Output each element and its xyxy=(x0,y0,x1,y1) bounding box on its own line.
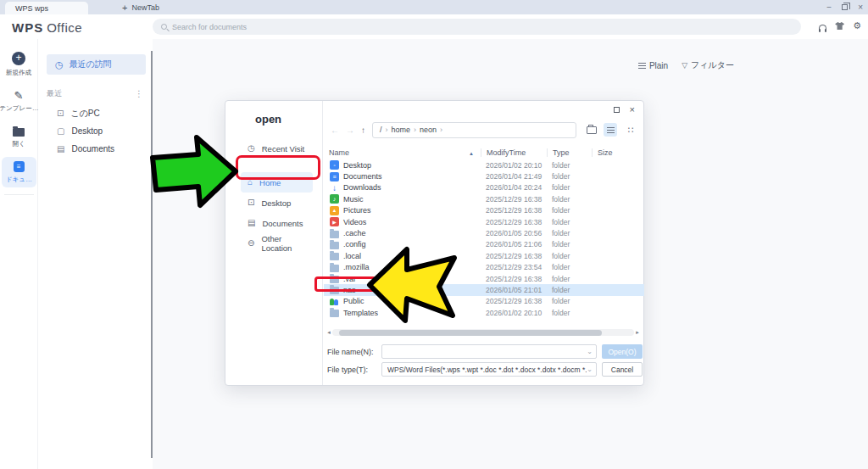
panel-item-documents[interactable]: ▤Documents xyxy=(47,140,143,158)
music-folder-icon: ♪ xyxy=(330,194,339,204)
file-row-desktop[interactable]: ▫Desktop2026/01/02 20:10folder xyxy=(324,159,637,170)
forward-arrow-icon[interactable]: → xyxy=(346,126,354,135)
file-name: .cache xyxy=(343,229,366,237)
annotation-red-box-home xyxy=(236,155,320,180)
file-type: folder xyxy=(547,263,592,271)
sidebar-item-icon: ⊡ xyxy=(248,198,254,207)
panel-item-このpc[interactable]: ⊡このPC xyxy=(47,104,143,122)
file-name: Downloads xyxy=(343,183,381,192)
document-icon: ≡ xyxy=(14,161,25,172)
grid-view-button[interactable]: ∷ xyxy=(624,123,637,137)
dialog-title: open xyxy=(255,113,281,126)
settings-gear-icon[interactable]: ⚙ xyxy=(853,21,861,31)
file-type: folder xyxy=(547,206,592,215)
file-name: Videos xyxy=(343,218,366,226)
file-row-pictures[interactable]: ▲Pictures2025/12/29 16:38folder xyxy=(324,205,637,216)
chevron-down-icon[interactable]: ⌄ xyxy=(587,366,593,373)
file-type: folder xyxy=(547,161,592,170)
file-row-videos[interactable]: ▶Videos2025/12/29 16:38folder xyxy=(324,216,637,227)
rail-item-open[interactable]: 開く xyxy=(2,121,36,152)
file-modified: 2025/12/29 16:38 xyxy=(481,195,547,204)
new-folder-icon[interactable] xyxy=(587,126,597,134)
plain-view-button[interactable]: Plain xyxy=(638,61,668,70)
list-lines-icon xyxy=(638,62,646,69)
scroll-left-icon[interactable]: ◂ xyxy=(326,329,332,336)
dialog-nav-row: ← → ↑ /›home›neon› ∷ xyxy=(324,120,644,140)
plain-label: Plain xyxy=(649,61,668,70)
panel-section-recent: 最近 ⋮ xyxy=(47,88,143,99)
file-modified: 2026/01/04 20:24 xyxy=(481,183,547,192)
cancel-button[interactable]: Cancel xyxy=(602,362,643,377)
scrollbar-thumb[interactable] xyxy=(339,330,602,336)
breadcrumb[interactable]: /›home›neon› xyxy=(372,122,576,138)
plus-icon: + xyxy=(122,3,127,13)
panel-item-label: Desktop xyxy=(71,126,103,136)
rail-divider xyxy=(4,194,34,195)
list-view-icon xyxy=(607,126,615,133)
file-name-input[interactable]: ⌄ xyxy=(381,344,597,359)
file-name-row: File name(N): ⌄ Open(O) xyxy=(327,344,643,359)
column-name[interactable]: Name▲ xyxy=(324,148,481,157)
theme-shirt-icon[interactable] xyxy=(835,22,844,30)
file-type-select[interactable]: WPS/Word Files(*.wps *.wpt *.doc *.dot *… xyxy=(381,362,597,377)
recent-visit-label: 最近の訪問 xyxy=(70,59,112,70)
file-row-downloads[interactable]: ↓Downloads2026/01/04 20:24folder xyxy=(324,182,637,193)
file-type: folder xyxy=(547,195,592,204)
scrollbar-track[interactable] xyxy=(332,329,634,336)
panel-item-recent-visit[interactable]: ◷ 最近の訪問 xyxy=(47,54,146,75)
breadcrumb-segment[interactable]: neon xyxy=(420,126,437,134)
section-label: 最近 xyxy=(47,88,62,99)
rail-item-docs[interactable]: ≡ ドキュ… xyxy=(2,157,36,187)
file-row-music[interactable]: ♪Music2025/12/29 16:38folder xyxy=(324,193,637,204)
search-placeholder: Search for documents xyxy=(172,23,247,31)
up-arrow-icon[interactable]: ↑ xyxy=(361,126,365,135)
file-type: folder xyxy=(547,297,592,305)
file-type-row: File type(T): WPS/Word Files(*.wps *.wpt… xyxy=(327,362,643,377)
tab-wps-wps[interactable]: WPS wps xyxy=(5,2,88,14)
file-modified: 2025/12/29 16:38 xyxy=(481,275,547,283)
file-type-value: WPS/Word Files(*.wps *.wpt *.doc *.dot *… xyxy=(387,366,587,374)
kebab-menu-icon[interactable]: ⋮ xyxy=(135,89,143,98)
back-arrow-icon[interactable]: ← xyxy=(331,126,339,135)
list-view-button[interactable] xyxy=(604,123,617,137)
panel-item-label: Documents xyxy=(71,144,114,154)
new-tab-button[interactable]: + NewTab xyxy=(122,3,159,13)
open-button[interactable]: Open(O) xyxy=(602,344,643,359)
rail-item-templates[interactable]: ✎ テンプレー… xyxy=(2,86,36,116)
search-input[interactable]: Search for documents xyxy=(153,19,801,35)
open-folder-icon xyxy=(13,128,25,137)
restore-icon[interactable] xyxy=(842,4,848,10)
breadcrumb-segment[interactable]: / xyxy=(380,126,382,134)
annotation-green-arrow xyxy=(147,131,241,214)
support-headset-icon[interactable] xyxy=(819,25,826,31)
scroll-right-icon[interactable]: ▸ xyxy=(634,329,641,336)
dialog-sidebar-item-desktop[interactable]: ⊡Desktop xyxy=(241,193,313,213)
file-modified: 2026/01/05 21:06 xyxy=(481,240,547,248)
file-type: folder xyxy=(547,172,592,181)
app-header: WPSOffice Search for documents ⚙ xyxy=(0,14,868,39)
minimize-icon[interactable]: − xyxy=(826,3,832,12)
file-name: Pictures xyxy=(343,206,371,215)
column-size[interactable]: Size xyxy=(592,148,637,157)
dialog-sidebar-item-documents[interactable]: ▤Documents xyxy=(241,213,313,233)
public-folder-icon xyxy=(330,297,339,306)
breadcrumb-segment[interactable]: home xyxy=(392,126,411,134)
documents-folder-icon: ≡ xyxy=(330,172,339,181)
wps-office-window: WPS wps + NewTab − × WPSOffice Search fo… xyxy=(0,0,868,469)
panel-item-desktop[interactable]: ▢Desktop xyxy=(47,122,143,140)
filter-button[interactable]: ▽ フィルター xyxy=(682,59,734,71)
chevron-down-icon[interactable]: ⌄ xyxy=(587,348,593,355)
column-type[interactable]: Type xyxy=(547,148,592,157)
file-row-documents[interactable]: ≡Documents2026/01/04 21:49folder xyxy=(324,170,637,181)
dialog-sidebar-item-other-location[interactable]: ⊖Other Location xyxy=(241,233,313,254)
close-icon[interactable]: × xyxy=(858,3,863,12)
window-tab-bar: WPS wps + NewTab − × xyxy=(0,0,868,14)
rail-item-new[interactable]: + 新規作成 xyxy=(2,47,36,81)
sidebar-item-icon: ⊖ xyxy=(248,239,254,248)
rail-label: 開く xyxy=(12,139,25,148)
panel-items: ⊡このPC▢Desktop▤Documents xyxy=(39,104,151,158)
column-modifytime[interactable]: ModifyTime xyxy=(481,148,547,157)
file-row-dot-cache[interactable]: .cache2026/01/05 20:56folder xyxy=(324,227,637,238)
horizontal-scrollbar[interactable]: ◂ ▸ xyxy=(326,328,641,337)
filter-label: フィルター xyxy=(691,59,734,71)
